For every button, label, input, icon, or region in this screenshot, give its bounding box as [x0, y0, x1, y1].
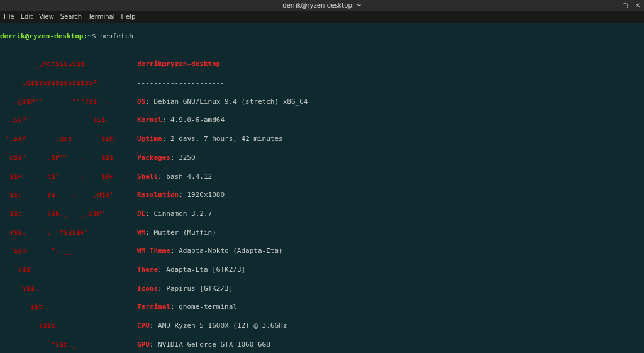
info-de: DE: Cinnamon 3.2.7	[137, 210, 308, 219]
info-icons: Icons: Papirus [GTK2/3]	[137, 284, 308, 294]
ascii-line: `"Y$b._	[1, 340, 135, 350]
ascii-line: Y$$. `.`"Y$$$$P"'	[1, 228, 135, 238]
menu-bar: File Edit View Search Terminal Help	[0, 11, 644, 23]
terminal-area[interactable]: derrik@ryzen-desktop:~$ neofetch _,met$$…	[0, 23, 644, 353]
header-host: ryzen-desktop	[166, 60, 220, 68]
info-os: OS: Debian GNU/Linux 9.4 (stretch) x86_6…	[137, 98, 308, 107]
ascii-line: `Y$$	[1, 266, 135, 275]
info-theme: Theme: Adapta-Eta [GTK2/3]	[137, 266, 308, 275]
window-title: derrik@ryzen-desktop: ~	[282, 1, 361, 10]
ascii-art-column: _,met$$$$$gg. ,g$$$$$$$$$$$$$$$P. ,g$$P"…	[0, 51, 135, 353]
prompt-dollar: $	[92, 32, 96, 40]
ascii-line: $$P d$' , $$P	[1, 172, 135, 182]
ascii-line: `$$b "-.__	[1, 247, 135, 256]
prompt-line-1: derrik@ryzen-desktop:~$ neofetch	[0, 32, 644, 42]
close-button[interactable]: ✕	[634, 1, 641, 10]
ascii-line: `Y$$.	[1, 284, 135, 294]
window-controls: — ▢ ✕	[609, 0, 641, 11]
typed-command: neofetch	[100, 32, 133, 40]
menu-help[interactable]: Help	[121, 13, 135, 21]
ascii-line: ,g$$P"" """Y$$.".	[1, 98, 135, 107]
info-shell: Shell: bash 4.4.12	[137, 172, 308, 182]
info-terminal: Terminal: gnome-terminal	[137, 303, 308, 312]
menu-edit[interactable]: Edit	[21, 13, 33, 21]
menu-file[interactable]: File	[4, 13, 14, 21]
info-cpu: CPU: AMD Ryzen 5 1600X (12) @ 3.6GHz	[137, 322, 308, 331]
menu-search[interactable]: Search	[60, 13, 82, 21]
header-user: derrik	[137, 60, 162, 68]
menu-terminal[interactable]: Terminal	[88, 13, 114, 21]
prompt-host: ryzen-desktop	[29, 32, 83, 40]
ascii-line: `Y$$b.	[1, 322, 135, 331]
info-wm-theme: WM Theme: Adapta-Nokto (Adapta-Eta)	[137, 247, 308, 256]
info-header: derrik@ryzen-desktop	[137, 60, 308, 69]
prompt-user: derrik	[0, 32, 25, 40]
ascii-line: `d$$' ,$P"' . $$$	[1, 154, 135, 163]
info-wm: WM: Mutter (Muffin)	[137, 228, 308, 238]
ascii-line: $$: $$. - ,d$$'	[1, 191, 135, 200]
ascii-line: $$; Y$b._ _,d$P'	[1, 210, 135, 219]
ascii-line: _,met$$$$$gg.	[1, 60, 135, 69]
info-gpu: GPU: NVIDIA GeForce GTX 1060 6GB	[137, 340, 308, 350]
info-resolution: Resolution: 1920x1080	[137, 191, 308, 200]
info-kernel: Kernel: 4.9.0-6-amd64	[137, 116, 308, 125]
info-column: derrik@ryzen-desktop -------------------…	[135, 51, 308, 353]
neofetch-output: _,met$$$$$gg. ,g$$$$$$$$$$$$$$$P. ,g$$P"…	[0, 51, 644, 353]
minimize-button[interactable]: —	[609, 1, 616, 10]
info-dashes: ---------------------	[137, 79, 308, 88]
info-packages: Packages: 3250	[137, 154, 308, 163]
ascii-line: ',$$P ,ggs. `$$b:	[1, 135, 135, 144]
prompt-path: ~	[87, 32, 92, 40]
window-titlebar: derrik@ryzen-desktop: ~ — ▢ ✕	[0, 0, 644, 11]
info-uptime: Uptime: 2 days, 7 hours, 42 minutes	[137, 135, 308, 144]
menu-view[interactable]: View	[39, 13, 54, 21]
ascii-line: `$$b.	[1, 303, 135, 312]
maximize-button[interactable]: ▢	[621, 1, 629, 10]
ascii-line: ,$$P' `$$$.	[1, 116, 135, 125]
ascii-line: ,g$$$$$$$$$$$$$$$P.	[1, 79, 135, 88]
